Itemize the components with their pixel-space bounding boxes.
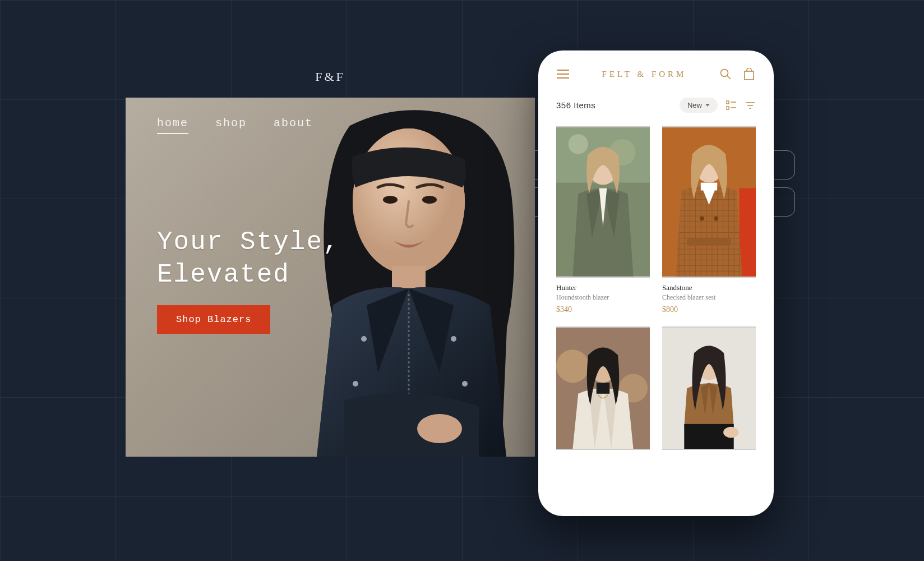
hamburger-icon[interactable]	[556, 67, 570, 81]
svg-point-2	[383, 196, 398, 204]
desktop-logo: F&F	[126, 70, 535, 84]
svg-rect-31	[740, 188, 756, 276]
svg-point-48	[723, 427, 739, 438]
mobile-toolbar-controls: New	[680, 98, 756, 113]
svg-point-3	[422, 196, 437, 204]
svg-point-26	[569, 134, 588, 154]
nav-about[interactable]: about	[274, 117, 313, 134]
filter-icon[interactable]	[745, 100, 756, 111]
shop-blazers-button[interactable]: Shop Blazers	[157, 305, 270, 334]
svg-point-9	[462, 381, 468, 387]
desktop-hero-card: F&F	[126, 70, 535, 468]
product-card[interactable]: Hunter Houndstooth blazer $340	[556, 126, 650, 314]
nav-shop[interactable]: shop	[215, 117, 247, 134]
nav-home[interactable]: home	[157, 117, 188, 134]
svg-point-39	[714, 217, 718, 221]
svg-line-15	[727, 76, 731, 79]
svg-rect-36	[701, 183, 717, 191]
mobile-toolbar: 356 Items New	[556, 98, 756, 113]
shopping-bag-icon[interactable]	[742, 67, 756, 81]
search-icon[interactable]	[719, 67, 732, 81]
product-card[interactable]	[662, 327, 756, 450]
sort-dropdown[interactable]: New	[680, 98, 718, 113]
product-card[interactable]: Sandstone Checked blazer sest $800	[662, 126, 756, 314]
product-image	[556, 126, 650, 278]
grid-view-icon[interactable]	[726, 100, 737, 111]
product-name: Hunter	[556, 283, 650, 292]
product-image	[662, 327, 756, 450]
product-price: $800	[662, 305, 756, 314]
svg-point-14	[721, 70, 728, 77]
item-count: 356 Items	[556, 100, 595, 110]
hero-nav: home shop about	[157, 117, 313, 134]
mobile-brand: FELT & FORM	[602, 70, 687, 79]
sort-label: New	[687, 101, 702, 109]
mobile-topbar: FELT & FORM	[556, 67, 756, 81]
chevron-down-icon	[705, 104, 710, 107]
product-image	[662, 126, 756, 278]
hero-headline: Your Style, Elevated	[157, 227, 340, 291]
svg-point-8	[353, 381, 358, 387]
svg-point-6	[361, 336, 367, 342]
svg-rect-19	[726, 107, 729, 109]
product-name: Sandstone	[662, 283, 756, 292]
svg-point-38	[700, 217, 704, 221]
product-price: $340	[556, 305, 650, 314]
product-grid: Hunter Houndstooth blazer $340	[556, 126, 756, 450]
product-image	[556, 327, 650, 450]
svg-rect-17	[726, 101, 729, 104]
hero-image-area: home shop about Your Style, Elevated Sho…	[126, 98, 535, 457]
product-card[interactable]	[556, 327, 650, 450]
svg-point-10	[417, 414, 462, 443]
svg-point-41	[556, 350, 589, 383]
product-description: Checked blazer sest	[662, 293, 756, 302]
svg-point-7	[451, 336, 456, 342]
mobile-device-card: FELT & FORM 356 Items New	[538, 50, 774, 516]
svg-rect-16	[745, 71, 754, 80]
product-description: Houndstooth blazer	[556, 293, 650, 302]
mobile-topbar-actions	[719, 67, 756, 81]
svg-rect-35	[687, 238, 731, 246]
svg-rect-43	[597, 383, 610, 394]
